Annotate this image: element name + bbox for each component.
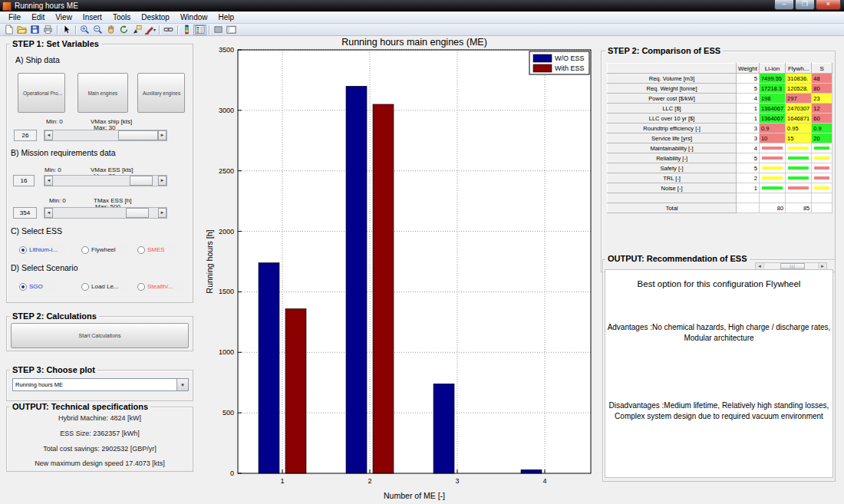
table-row: Maintainability [-]4	[608, 143, 832, 153]
menu-file[interactable]: File	[3, 12, 26, 22]
table-cell: 23	[812, 94, 832, 104]
table-cell: 0.9	[759, 124, 785, 133]
table-cell: 198	[759, 94, 785, 104]
table-row	[608, 193, 832, 203]
zoom-in-icon[interactable]	[78, 25, 91, 35]
row-label: Noise [-]	[608, 183, 737, 193]
svg-text:2: 2	[368, 477, 371, 485]
radio-sgo[interactable]: SGO	[17, 281, 57, 292]
auxiliary-engines-button[interactable]: Auxiliary engines	[137, 73, 185, 113]
svg-text:3000: 3000	[219, 107, 234, 114]
table-cell: 2470307	[786, 104, 812, 114]
table-cell: 20	[812, 133, 832, 143]
menu-desktop[interactable]: Desktop	[136, 12, 175, 22]
toolbar-separator	[75, 25, 76, 35]
slider-thumb[interactable]	[130, 176, 153, 186]
minimize-button[interactable]: –	[774, 0, 794, 10]
rotate-3d-icon[interactable]	[117, 25, 130, 35]
show-plot-tools-icon[interactable]	[225, 25, 238, 35]
table-cell: 12	[812, 104, 832, 114]
open-file-icon[interactable]	[15, 25, 28, 35]
row-label: Maintainability [-]	[608, 143, 737, 153]
column-header	[608, 64, 737, 74]
save-icon[interactable]	[28, 25, 41, 35]
table-row: Service life [yrs]3101520	[608, 133, 832, 143]
row-label: LLC over 10 yr [$]	[608, 114, 737, 124]
brush-icon[interactable]: ▾	[143, 25, 157, 35]
table-cell: 1364067	[759, 104, 785, 114]
radio-label: SGO	[29, 283, 43, 290]
menu-window[interactable]: Window	[175, 12, 213, 22]
vmax-ess-value-field[interactable]	[13, 175, 35, 186]
table-cell: 17218.3	[759, 84, 785, 94]
weight-cell	[737, 203, 760, 213]
slider-left-arrow[interactable]: ◄	[45, 208, 53, 218]
slider-thumb[interactable]	[126, 208, 149, 218]
chevron-down-icon[interactable]: ▼	[176, 379, 188, 390]
data-cursor-icon[interactable]	[130, 25, 143, 35]
select-scenario-label: D) Select Scenario	[11, 263, 78, 272]
row-label: Power cost [$/kW]	[608, 94, 737, 104]
vmax-ship-value-field[interactable]	[14, 130, 37, 141]
table-cell	[786, 183, 812, 193]
panel-title-step1: STEP 1: Set Variables	[10, 39, 101, 48]
start-calculations-button[interactable]: Start Calculations	[11, 323, 189, 348]
vmax-ship-slider[interactable]: ◄ ►	[44, 130, 167, 141]
best-option-text: Best option for this configuration Flywh…	[607, 279, 831, 288]
menu-tools[interactable]: Tools	[107, 12, 136, 22]
advantages-text: Advantages :No chemical hazards, High ch…	[607, 322, 831, 343]
pointer-icon[interactable]	[60, 25, 73, 35]
pan-icon[interactable]	[104, 25, 117, 35]
svg-text:3: 3	[455, 477, 459, 485]
main-engines-button[interactable]: Main engines	[77, 73, 128, 113]
vmax-ess-slider[interactable]: ◄ ►	[44, 175, 167, 186]
table-row: Reliability [-]5	[608, 153, 832, 163]
menu-insert[interactable]: Insert	[77, 12, 107, 22]
svg-text:Running hours [h]: Running hours [h]	[205, 229, 214, 293]
radio-lithium-ion[interactable]: Lithium-i...	[17, 244, 66, 255]
table-row: Roundtrip efficiency [-]30.90.950.9	[608, 124, 832, 133]
svg-text:1500: 1500	[219, 288, 234, 295]
slider-right-arrow[interactable]: ►	[158, 176, 166, 186]
table-cell: 15	[786, 133, 812, 143]
radio-load-levelling[interactable]: Load Le...	[79, 281, 128, 292]
print-icon[interactable]	[41, 25, 54, 35]
column-header: S	[812, 64, 832, 74]
table-cell: 297	[786, 94, 812, 104]
insert-legend-icon[interactable]	[193, 25, 206, 35]
menu-view[interactable]: View	[50, 12, 77, 22]
table-cell: 0.9	[812, 124, 832, 133]
plot-dropdown[interactable]: Running hours ME ▼	[12, 378, 189, 391]
new-file-icon[interactable]	[2, 25, 15, 35]
tmax-ess-value-field[interactable]	[13, 207, 37, 219]
table-cell	[786, 153, 812, 163]
close-button[interactable]: ×	[816, 0, 841, 10]
slider-left-arrow[interactable]: ◄	[45, 130, 53, 140]
table-cell	[786, 193, 812, 203]
table-row: Total8085	[608, 203, 832, 213]
slider-right-arrow[interactable]: ►	[158, 130, 166, 140]
radio-icon	[137, 283, 145, 291]
insert-colorbar-icon[interactable]	[180, 25, 193, 35]
table-cell: 48	[812, 74, 832, 84]
menu-edit[interactable]: Edit	[26, 12, 50, 22]
svg-text:W/O ESS: W/O ESS	[555, 54, 585, 62]
restore-button[interactable]: ❐	[795, 0, 815, 10]
radio-stealth[interactable]: Stealth/...	[135, 281, 183, 292]
zoom-out-icon[interactable]	[91, 25, 104, 35]
slider-left-arrow[interactable]: ◄	[45, 176, 53, 186]
link-plot-icon[interactable]	[162, 25, 175, 35]
hide-plot-tools-icon[interactable]	[212, 25, 225, 35]
operational-profile-button[interactable]: Operational Pro...	[18, 73, 65, 113]
menu-help[interactable]: Help	[213, 12, 240, 22]
table-cell: 1646871	[786, 114, 812, 124]
radio-smes[interactable]: SMES	[135, 244, 176, 255]
toolbar-separator	[209, 25, 209, 35]
table-cell: 80	[759, 203, 785, 213]
spec-cost-savings: Total cost savings: 2902532 [GBP/yr]	[6, 445, 193, 453]
tmax-ess-slider[interactable]: ◄ ►	[44, 207, 167, 219]
radio-flywheel[interactable]: Flywheel	[79, 244, 127, 255]
svg-text:3500: 3500	[219, 46, 234, 54]
slider-thumb[interactable]	[118, 130, 158, 140]
slider-right-arrow[interactable]: ►	[158, 208, 166, 218]
